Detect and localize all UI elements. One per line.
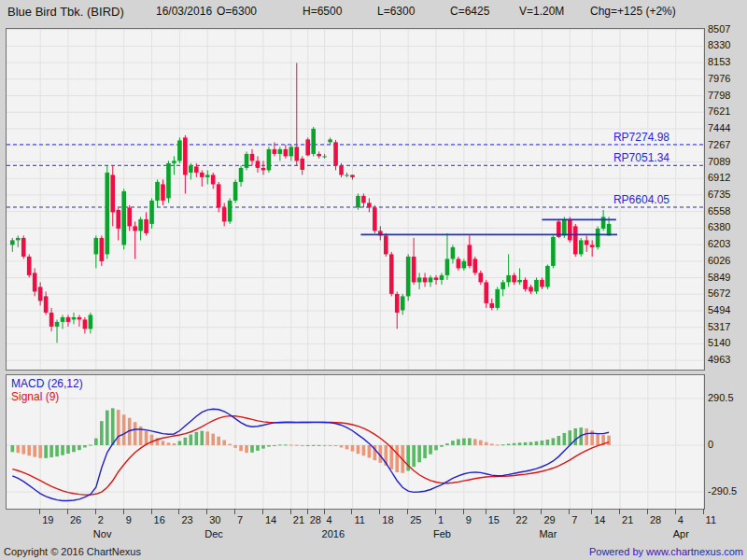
week-tick-label: 2 [98, 514, 104, 525]
x-tick-mark [67, 509, 68, 514]
x-tick-mark [95, 509, 96, 514]
quote-low: L=6300 [377, 5, 415, 18]
price-axis-label: 8330 [708, 39, 745, 50]
price-axis-label: 4963 [708, 354, 745, 365]
week-tick-label: 30 [209, 514, 220, 525]
x-tick-mark [407, 509, 408, 514]
month-label: 2016 [322, 528, 345, 539]
price-axis-label: 6558 [708, 205, 745, 217]
x-tick-mark [675, 509, 676, 514]
x-tick-mark [178, 509, 179, 514]
price-axis-label: 7798 [708, 90, 745, 101]
x-tick-mark [463, 509, 464, 514]
quote-date: 16/03/2016 [156, 5, 212, 18]
week-tick-label: 22 [516, 514, 528, 525]
week-tick-label: 14 [594, 514, 605, 525]
quote-volume: V=1.20M [519, 5, 564, 18]
week-tick-label: 11 [706, 514, 716, 525]
month-label: Apr [673, 528, 689, 539]
week-tick-label: 11 [354, 514, 364, 525]
price-axis-label: 8507 [708, 23, 745, 35]
x-tick-mark [435, 509, 436, 514]
price-axis-label: 7089 [708, 156, 745, 167]
price-axis-label: 7444 [708, 122, 745, 133]
x-tick-mark [591, 509, 592, 514]
week-tick-label: 4 [678, 514, 684, 525]
week-tick-label: 25 [410, 514, 421, 525]
x-tick-mark [234, 509, 235, 514]
price-axis-label: 6380 [708, 221, 745, 232]
price-axis-label: 5317 [708, 321, 745, 332]
price-axis-label: 8153 [708, 56, 745, 67]
quote-open: O=6300 [217, 5, 257, 18]
price-axis-label: 6735 [708, 189, 745, 200]
week-tick-label: 23 [181, 514, 192, 525]
week-tick-label: 7 [571, 514, 577, 525]
week-tick-label: 19 [42, 514, 53, 525]
quote-close: C=6425 [450, 5, 489, 18]
price-axis-label: 5140 [708, 337, 745, 348]
week-tick-label: 21 [293, 514, 304, 525]
macd-axis-label: 290.5 [708, 392, 745, 403]
macd-axis-label: 0 [708, 439, 745, 450]
week-tick-label: 9 [466, 514, 472, 525]
week-tick-label: 28 [650, 514, 661, 525]
price-axis-label: 6026 [708, 255, 745, 266]
powered-by-link[interactable]: Powered by www.chartnexus.com [589, 546, 743, 557]
month-label: Mar [539, 528, 557, 539]
price-axis-label: 5494 [708, 304, 745, 315]
x-tick-mark [324, 509, 325, 514]
price-axis-label: 7976 [708, 73, 745, 84]
price-axis-label: 6203 [708, 238, 745, 249]
month-label: Nov [93, 528, 112, 539]
x-tick-mark [486, 509, 486, 514]
x-tick-mark [619, 509, 620, 514]
week-tick-label: 29 [543, 514, 555, 525]
signal-legend-label: Signal (9) [11, 390, 59, 403]
price-axis-label: 6912 [708, 172, 745, 183]
x-tick-mark [290, 509, 291, 514]
x-tick-mark [307, 509, 308, 514]
macd-indicator-chart[interactable] [6, 374, 705, 510]
price-axis-label: 5849 [708, 272, 745, 283]
x-tick-mark [703, 509, 704, 514]
week-tick-label: 1 [438, 514, 444, 525]
week-tick-label: 16 [154, 514, 165, 525]
x-tick-mark [262, 509, 263, 514]
week-tick-label: 7 [237, 514, 243, 525]
x-tick-mark [351, 509, 352, 514]
week-tick-label: 9 [126, 514, 132, 525]
week-tick-label: 21 [622, 514, 633, 525]
week-tick-label: 14 [265, 514, 276, 525]
quote-high: H=6500 [303, 5, 342, 18]
x-tick-mark [514, 509, 514, 514]
month-label: Dec [204, 528, 223, 539]
x-tick-mark [151, 509, 152, 514]
week-tick-label: 4 [327, 514, 332, 525]
x-tick-mark [569, 509, 570, 514]
week-tick-label: 28 [310, 514, 321, 525]
month-label: Feb [433, 528, 451, 539]
week-tick-label: 26 [70, 514, 81, 525]
price-axis-label: 5672 [708, 287, 745, 299]
x-tick-mark [39, 509, 40, 514]
price-candlestick-chart[interactable]: RP7274.98RP7051.34RP6604.05 [6, 28, 705, 371]
x-tick-mark [379, 509, 380, 514]
price-axis-label: 7267 [708, 139, 745, 150]
resistance-label: RP6604.05 [613, 193, 669, 206]
resistance-label: RP7274.98 [613, 131, 669, 144]
x-tick-mark [541, 509, 542, 514]
copyright-text: Copyright © 2016 ChartNexus [4, 546, 141, 557]
instrument-title: Blue Bird Tbk. (BIRD) [7, 5, 124, 18]
chartnexus-window: Blue Bird Tbk. (BIRD) 16/03/2016 O=6300 … [0, 0, 747, 560]
price-axis-label: 7621 [708, 105, 745, 117]
week-tick-label: 15 [488, 514, 500, 525]
x-tick-mark [647, 509, 648, 514]
week-tick-label: 18 [382, 514, 393, 525]
quote-change: Chg=+125 (+2%) [590, 5, 676, 18]
x-tick-mark [206, 509, 207, 514]
macd-axis-label: -290.5 [708, 485, 745, 497]
resistance-label: RP7051.34 [613, 151, 669, 164]
x-tick-mark [123, 509, 124, 514]
macd-legend-label: MACD (26,12) [11, 377, 83, 390]
